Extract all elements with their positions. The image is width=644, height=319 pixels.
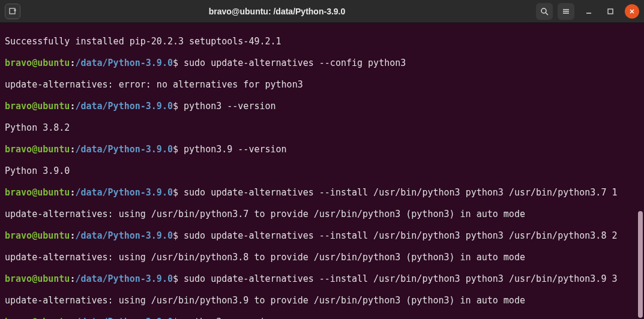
search-button[interactable] bbox=[536, 3, 553, 20]
output-line: Python 3.8.2 bbox=[5, 122, 639, 133]
output-line: Python 3.9.0 bbox=[5, 165, 639, 176]
close-button[interactable] bbox=[625, 4, 639, 19]
svg-line-4 bbox=[546, 13, 548, 15]
prompt-line: bravo@ubuntu:/data/Python-3.9.0$ sudo up… bbox=[5, 230, 639, 241]
prompt-line: bravo@ubuntu:/data/Python-3.9.0$ python3… bbox=[5, 317, 639, 319]
svg-rect-9 bbox=[608, 9, 613, 14]
new-tab-button[interactable] bbox=[5, 4, 20, 19]
output-line: Successfully installed pip-20.2.3 setupt… bbox=[5, 36, 639, 47]
output-line: update-alternatives: using /usr/bin/pyth… bbox=[5, 209, 639, 219]
prompt-line: bravo@ubuntu:/data/Python-3.9.0$ sudo up… bbox=[5, 273, 639, 284]
output-line: update-alternatives: error: no alternati… bbox=[5, 79, 639, 90]
prompt-line: bravo@ubuntu:/data/Python-3.9.0$ python3… bbox=[5, 144, 639, 155]
prompt-line: bravo@ubuntu:/data/Python-3.9.0$ sudo up… bbox=[5, 187, 639, 198]
prompt-line: bravo@ubuntu:/data/Python-3.9.0$ sudo up… bbox=[5, 58, 639, 68]
window-title: bravo@ubuntu: /data/Python-3.9.0 bbox=[23, 7, 531, 16]
svg-rect-0 bbox=[10, 8, 15, 14]
minimize-button[interactable] bbox=[582, 4, 596, 19]
svg-point-3 bbox=[541, 8, 546, 13]
maximize-button[interactable] bbox=[603, 4, 618, 19]
menu-button[interactable] bbox=[558, 3, 574, 20]
titlebar: bravo@ubuntu: /data/Python-3.9.0 bbox=[0, 0, 644, 23]
terminal-content[interactable]: Successfully installed pip-20.2.3 setupt… bbox=[0, 23, 644, 319]
output-line: update-alternatives: using /usr/bin/pyth… bbox=[5, 252, 639, 263]
prompt-line: bravo@ubuntu:/data/Python-3.9.0$ python3… bbox=[5, 101, 639, 112]
scrollbar-thumb[interactable] bbox=[638, 211, 643, 318]
output-line: update-alternatives: using /usr/bin/pyth… bbox=[5, 295, 639, 306]
